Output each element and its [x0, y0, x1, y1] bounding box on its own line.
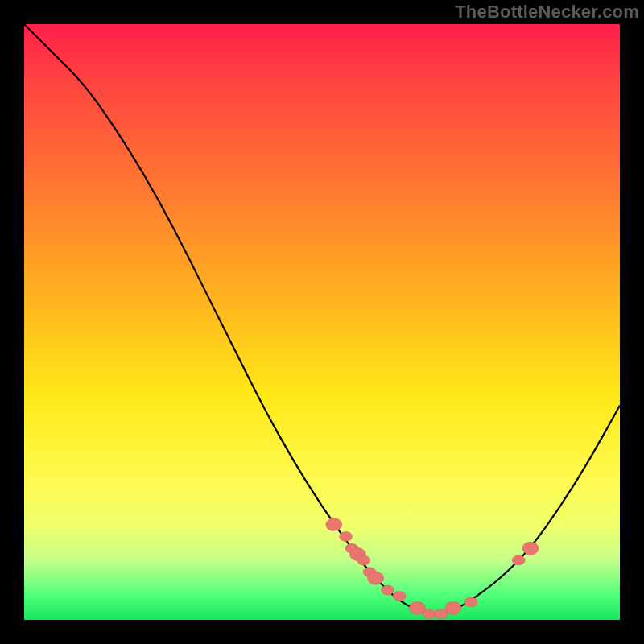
plot-area	[24, 24, 620, 620]
data-marker	[445, 601, 461, 614]
data-marker	[340, 531, 353, 541]
data-marker	[393, 591, 406, 601]
chart-svg	[24, 24, 620, 620]
bottleneck-curve	[24, 24, 620, 614]
data-marker	[368, 572, 384, 584]
chart-frame: TheBottleNecker.com	[0, 0, 644, 644]
data-marker	[326, 518, 342, 531]
data-marker	[512, 555, 525, 565]
data-marker	[423, 609, 436, 619]
data-marker	[357, 555, 370, 565]
watermark-text: TheBottleNecker.com	[455, 2, 639, 23]
data-marker	[522, 542, 539, 555]
data-markers	[326, 518, 539, 619]
data-marker	[381, 585, 394, 595]
data-marker	[464, 597, 477, 607]
